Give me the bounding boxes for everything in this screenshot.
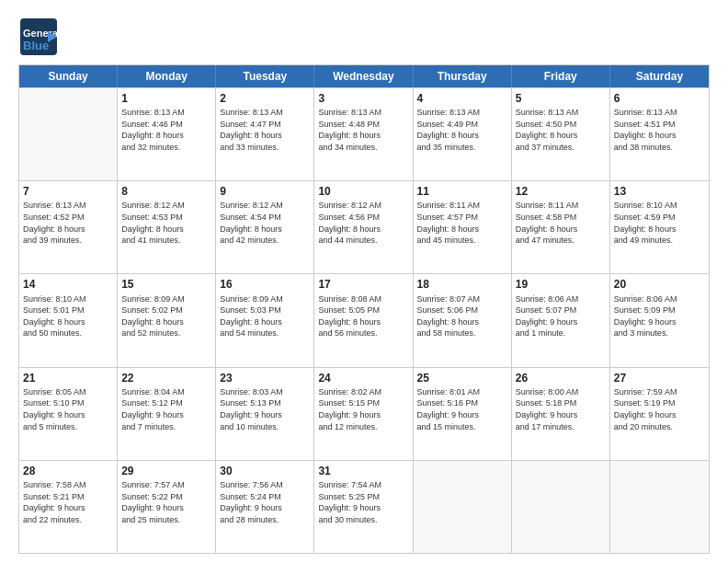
calendar-cell: 11Sunrise: 8:11 AM Sunset: 4:57 PM Dayli…	[414, 181, 512, 273]
day-number: 25	[417, 371, 507, 385]
logo: General Blue	[18, 17, 63, 57]
day-number: 23	[220, 371, 310, 385]
calendar-cell: 2Sunrise: 8:13 AM Sunset: 4:47 PM Daylig…	[216, 88, 314, 180]
weekday-header: Saturday	[610, 65, 709, 87]
day-info: Sunrise: 8:06 AM Sunset: 5:07 PM Dayligh…	[516, 293, 606, 339]
day-info: Sunrise: 8:10 AM Sunset: 5:01 PM Dayligh…	[23, 293, 113, 339]
day-number: 21	[23, 371, 113, 385]
day-number: 20	[614, 277, 705, 292]
calendar-cell: 6Sunrise: 8:13 AM Sunset: 4:51 PM Daylig…	[610, 88, 709, 180]
calendar-cell: 1Sunrise: 8:13 AM Sunset: 4:46 PM Daylig…	[118, 88, 216, 180]
calendar-cell: 18Sunrise: 8:07 AM Sunset: 5:06 PM Dayli…	[414, 274, 512, 366]
calendar-cell: 9Sunrise: 8:12 AM Sunset: 4:54 PM Daylig…	[216, 181, 314, 273]
weekday-header: Sunday	[19, 65, 118, 87]
day-number: 18	[417, 277, 507, 292]
day-number: 8	[121, 184, 211, 199]
day-number: 10	[318, 184, 408, 199]
day-number: 5	[516, 91, 606, 106]
day-number: 12	[516, 184, 606, 199]
day-info: Sunrise: 8:12 AM Sunset: 4:54 PM Dayligh…	[220, 200, 310, 246]
day-number: 15	[121, 277, 211, 292]
day-info: Sunrise: 8:12 AM Sunset: 4:53 PM Dayligh…	[121, 200, 211, 246]
calendar-cell: 20Sunrise: 8:06 AM Sunset: 5:09 PM Dayli…	[610, 274, 709, 366]
day-info: Sunrise: 8:04 AM Sunset: 5:12 PM Dayligh…	[121, 386, 211, 432]
day-info: Sunrise: 8:07 AM Sunset: 5:06 PM Dayligh…	[417, 293, 507, 339]
day-number: 24	[318, 371, 408, 385]
day-info: Sunrise: 8:13 AM Sunset: 4:50 PM Dayligh…	[516, 107, 606, 153]
day-info: Sunrise: 8:11 AM Sunset: 4:57 PM Dayligh…	[417, 200, 507, 246]
calendar-cell: 23Sunrise: 8:03 AM Sunset: 5:13 PM Dayli…	[216, 368, 314, 460]
calendar-cell: 26Sunrise: 8:00 AM Sunset: 5:18 PM Dayli…	[512, 368, 610, 460]
day-number: 16	[220, 277, 310, 292]
day-number: 17	[318, 277, 408, 292]
calendar-cell: 12Sunrise: 8:11 AM Sunset: 4:58 PM Dayli…	[512, 181, 610, 273]
calendar-cell: 24Sunrise: 8:02 AM Sunset: 5:15 PM Dayli…	[314, 368, 413, 460]
day-number: 22	[121, 371, 211, 385]
calendar-body: 1Sunrise: 8:13 AM Sunset: 4:46 PM Daylig…	[19, 87, 709, 553]
calendar-cell: 17Sunrise: 8:08 AM Sunset: 5:05 PM Dayli…	[314, 274, 413, 366]
calendar-cell: 8Sunrise: 8:12 AM Sunset: 4:53 PM Daylig…	[118, 181, 216, 273]
calendar-header-row: SundayMondayTuesdayWednesdayThursdayFrid…	[19, 65, 709, 87]
calendar-cell: 10Sunrise: 8:12 AM Sunset: 4:56 PM Dayli…	[314, 181, 413, 273]
day-info: Sunrise: 7:58 AM Sunset: 5:21 PM Dayligh…	[23, 479, 113, 525]
day-info: Sunrise: 8:10 AM Sunset: 4:59 PM Dayligh…	[614, 200, 705, 246]
day-number: 13	[614, 184, 705, 199]
calendar-cell: 19Sunrise: 8:06 AM Sunset: 5:07 PM Dayli…	[512, 274, 610, 366]
day-info: Sunrise: 8:00 AM Sunset: 5:18 PM Dayligh…	[516, 386, 606, 432]
weekday-header: Thursday	[414, 65, 512, 87]
calendar-cell: 27Sunrise: 7:59 AM Sunset: 5:19 PM Dayli…	[610, 368, 709, 460]
calendar-cell: 3Sunrise: 8:13 AM Sunset: 4:48 PM Daylig…	[314, 88, 413, 180]
day-info: Sunrise: 8:05 AM Sunset: 5:10 PM Dayligh…	[23, 386, 113, 432]
day-info: Sunrise: 8:13 AM Sunset: 4:52 PM Dayligh…	[23, 200, 113, 246]
day-info: Sunrise: 8:11 AM Sunset: 4:58 PM Dayligh…	[516, 200, 606, 246]
day-number: 30	[220, 464, 310, 478]
day-info: Sunrise: 7:59 AM Sunset: 5:19 PM Dayligh…	[614, 386, 705, 432]
weekday-header: Wednesday	[314, 65, 413, 87]
day-number: 27	[614, 371, 705, 385]
day-number: 29	[121, 464, 211, 478]
calendar-cell: 25Sunrise: 8:01 AM Sunset: 5:16 PM Dayli…	[414, 368, 512, 460]
day-info: Sunrise: 7:54 AM Sunset: 5:25 PM Dayligh…	[318, 479, 408, 525]
day-info: Sunrise: 7:56 AM Sunset: 5:24 PM Dayligh…	[220, 479, 310, 525]
calendar-cell: 7Sunrise: 8:13 AM Sunset: 4:52 PM Daylig…	[19, 181, 118, 273]
day-info: Sunrise: 8:01 AM Sunset: 5:16 PM Dayligh…	[417, 386, 507, 432]
day-number: 11	[417, 184, 507, 199]
calendar-week: 1Sunrise: 8:13 AM Sunset: 4:46 PM Daylig…	[19, 87, 709, 180]
calendar-cell: 13Sunrise: 8:10 AM Sunset: 4:59 PM Dayli…	[610, 181, 709, 273]
calendar-cell: 5Sunrise: 8:13 AM Sunset: 4:50 PM Daylig…	[512, 88, 610, 180]
day-number: 14	[23, 277, 113, 292]
calendar-cell: 14Sunrise: 8:10 AM Sunset: 5:01 PM Dayli…	[19, 274, 118, 366]
calendar-cell: 22Sunrise: 8:04 AM Sunset: 5:12 PM Dayli…	[118, 368, 216, 460]
day-info: Sunrise: 8:13 AM Sunset: 4:51 PM Dayligh…	[614, 107, 705, 153]
day-number: 26	[516, 371, 606, 385]
day-number: 28	[23, 464, 113, 478]
day-info: Sunrise: 8:09 AM Sunset: 5:03 PM Dayligh…	[220, 293, 310, 339]
calendar-cell: 15Sunrise: 8:09 AM Sunset: 5:02 PM Dayli…	[118, 274, 216, 366]
day-info: Sunrise: 8:02 AM Sunset: 5:15 PM Dayligh…	[318, 386, 408, 432]
weekday-header: Monday	[118, 65, 216, 87]
day-number: 1	[121, 91, 211, 106]
calendar-cell: 4Sunrise: 8:13 AM Sunset: 4:49 PM Daylig…	[414, 88, 512, 180]
day-info: Sunrise: 8:13 AM Sunset: 4:48 PM Dayligh…	[318, 107, 408, 153]
day-number: 31	[318, 464, 408, 478]
day-number: 7	[23, 184, 113, 199]
day-info: Sunrise: 8:03 AM Sunset: 5:13 PM Dayligh…	[220, 386, 310, 432]
day-number: 6	[614, 91, 705, 106]
calendar-cell	[512, 461, 610, 553]
calendar-cell	[19, 88, 118, 180]
day-number: 2	[220, 91, 310, 106]
calendar: SundayMondayTuesdayWednesdayThursdayFrid…	[18, 64, 710, 554]
calendar-cell	[414, 461, 512, 553]
calendar-cell: 28Sunrise: 7:58 AM Sunset: 5:21 PM Dayli…	[19, 461, 118, 553]
day-number: 4	[417, 91, 507, 106]
weekday-header: Tuesday	[216, 65, 314, 87]
day-info: Sunrise: 8:08 AM Sunset: 5:05 PM Dayligh…	[318, 293, 408, 339]
calendar-week: 14Sunrise: 8:10 AM Sunset: 5:01 PM Dayli…	[19, 273, 709, 366]
day-info: Sunrise: 7:57 AM Sunset: 5:22 PM Dayligh…	[121, 479, 211, 525]
day-info: Sunrise: 8:13 AM Sunset: 4:49 PM Dayligh…	[417, 107, 507, 153]
calendar-cell: 30Sunrise: 7:56 AM Sunset: 5:24 PM Dayli…	[216, 461, 314, 553]
calendar-week: 21Sunrise: 8:05 AM Sunset: 5:10 PM Dayli…	[19, 367, 709, 460]
calendar-week: 7Sunrise: 8:13 AM Sunset: 4:52 PM Daylig…	[19, 180, 709, 273]
calendar-cell: 31Sunrise: 7:54 AM Sunset: 5:25 PM Dayli…	[314, 461, 413, 553]
calendar-cell: 29Sunrise: 7:57 AM Sunset: 5:22 PM Dayli…	[118, 461, 216, 553]
